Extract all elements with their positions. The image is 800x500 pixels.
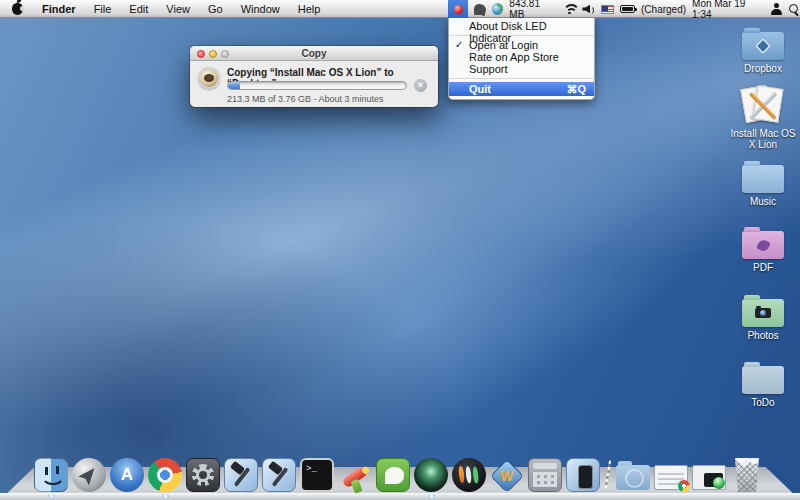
xcode-hammer-icon: [224, 458, 258, 492]
menu-item-rate[interactable]: Rate on App Store: [449, 51, 594, 63]
menu-bar-clock[interactable]: Mon Mar 19 1:34: [692, 0, 765, 20]
menu-item-open-at-login[interactable]: ✓ Open at Login: [449, 39, 594, 51]
volume-icon[interactable]: [582, 4, 595, 15]
dropbox-logo-icon: [755, 38, 772, 55]
menu-file[interactable]: File: [85, 0, 121, 17]
wifi-icon[interactable]: [562, 4, 576, 15]
dock-item-ray-gun[interactable]: [336, 452, 374, 492]
zoom-window-button: [221, 50, 229, 58]
desktop-icon-music[interactable]: Music: [726, 165, 800, 207]
desktop-icon-label: PDF: [753, 262, 773, 273]
user-account-icon[interactable]: [771, 3, 782, 15]
dock-item-w-gem[interactable]: W: [488, 452, 526, 492]
desktop-icon-dropbox[interactable]: Dropbox: [726, 32, 800, 74]
copy-window-body: Copying “Install Mac OS X Lion” to “Desk…: [190, 61, 438, 106]
dock-item-terminal[interactable]: >_: [298, 452, 336, 492]
open-at-login-label: Open at Login: [469, 39, 538, 51]
iphone-simulator-icon: [566, 458, 600, 492]
evernote-menu-icon[interactable]: [474, 4, 486, 15]
menu-window[interactable]: Window: [232, 0, 289, 17]
menu-view[interactable]: View: [157, 0, 199, 17]
dock-item-minimized-window-chrome[interactable]: [652, 452, 690, 492]
desktop-icon-photos[interactable]: Photos: [726, 299, 800, 341]
desktop-icon-pdf[interactable]: PDF: [726, 231, 800, 273]
dropbox-folder-icon: [742, 32, 784, 60]
menu-bar-menus: Finder File Edit View Go Window Help: [0, 0, 329, 17]
spotlight-icon[interactable]: [788, 3, 800, 16]
copy-progress-bar: [227, 81, 407, 90]
pdf-folder-icon: [742, 231, 784, 259]
quit-label: Quit: [469, 83, 491, 95]
menu-item-about[interactable]: About Disk LED Indicator: [449, 20, 594, 32]
disk-led-indicator-menu: About Disk LED Indicator ✓ Open at Login…: [448, 18, 595, 100]
minimize-window-button[interactable]: [209, 50, 217, 58]
battery-icon[interactable]: [620, 5, 635, 13]
minimized-chrome-window-icon: [654, 465, 688, 490]
input-language-flag-icon[interactable]: [601, 5, 614, 14]
trash-full-icon: [732, 456, 762, 492]
camera-icon: [755, 308, 771, 318]
ray-gun-icon: [341, 465, 368, 488]
battery-status-label[interactable]: (Charged): [641, 4, 686, 15]
quit-shortcut: ⌘Q: [566, 83, 586, 96]
desktop-icon-todo[interactable]: ToDo: [726, 366, 800, 408]
dock-item-minimized-window-green[interactable]: [690, 452, 728, 492]
menu-go[interactable]: Go: [199, 0, 232, 17]
todo-folder-icon: [742, 366, 784, 394]
dock-item-system-preferences[interactable]: [184, 452, 222, 492]
dock-item-ios-simulator[interactable]: [564, 452, 602, 492]
copy-file-icon: [198, 67, 220, 89]
terminal-prompt-glyph: >_: [306, 464, 317, 474]
desktop-icon-label: Photos: [747, 330, 778, 341]
desktop-icon-install-lion[interactable]: Install Mac OS X Lion: [726, 85, 800, 150]
wifi-dot: [568, 12, 571, 15]
dock-item-xcode-2[interactable]: [260, 452, 298, 492]
installer-icon: [739, 85, 787, 125]
dock-item-google-chrome[interactable]: [146, 452, 184, 492]
dock-item-surfboards[interactable]: [450, 452, 488, 492]
network-folder-icon: [616, 465, 650, 490]
menu-item-support[interactable]: Support: [449, 63, 594, 75]
close-window-button[interactable]: [197, 50, 205, 58]
menu-edit[interactable]: Edit: [120, 0, 157, 17]
dock-item-sphere-app[interactable]: [412, 452, 450, 492]
chrome-icon: [148, 458, 182, 492]
dock-item-xcode[interactable]: [222, 452, 260, 492]
menu-item-quit[interactable]: Quit ⌘Q: [449, 82, 594, 96]
menu-bar: Finder File Edit View Go Window Help 843…: [0, 0, 800, 18]
checkmark-icon: ✓: [455, 39, 463, 51]
disk-led-indicator-menu-extra[interactable]: [448, 0, 468, 18]
gear-icon: [186, 458, 220, 492]
launchpad-icon: [72, 458, 106, 492]
cancel-copy-button[interactable]: ×: [414, 79, 427, 92]
finder-icon: [34, 458, 68, 492]
dock-item-finder[interactable]: [32, 452, 70, 492]
minimized-window-green-icon: [692, 465, 726, 490]
copy-progress-detail: 213.3 MB of 3.76 GB - About 3 minutes: [227, 94, 384, 104]
dock-items: A >_ W: [32, 452, 766, 492]
dock-item-trash[interactable]: [728, 452, 766, 492]
free-space-indicator[interactable]: 843.81 MB: [509, 0, 556, 20]
disk-led-icon: [454, 5, 463, 14]
evernote-elephant-icon: [376, 458, 410, 492]
photos-folder-icon: [742, 299, 784, 327]
sync-status-icon[interactable]: [492, 3, 504, 15]
w-glyph: W: [500, 468, 513, 484]
menu-help[interactable]: Help: [289, 0, 330, 17]
app-store-icon: A: [110, 458, 144, 492]
dock-item-launchpad[interactable]: [70, 452, 108, 492]
dock-item-app-store[interactable]: A: [108, 452, 146, 492]
window-title-bar[interactable]: Copy: [190, 46, 438, 61]
dock: A >_ W: [0, 452, 800, 500]
desktop-icon-label: Dropbox: [744, 63, 782, 74]
desktop-icon-label: Music: [750, 196, 776, 207]
copy-progress-window: Copy Copying “Install Mac OS X Lion” to …: [190, 46, 438, 107]
dock-item-evernote[interactable]: [374, 452, 412, 492]
dock-item-network-folder[interactable]: [614, 452, 652, 492]
installer-paper-icon: [753, 85, 784, 123]
app-menu-finder[interactable]: Finder: [33, 0, 85, 17]
dock-item-calculator[interactable]: [526, 452, 564, 492]
menu-separator: [449, 78, 594, 79]
music-folder-icon: [742, 165, 784, 193]
apple-menu-icon[interactable]: [12, 3, 23, 15]
